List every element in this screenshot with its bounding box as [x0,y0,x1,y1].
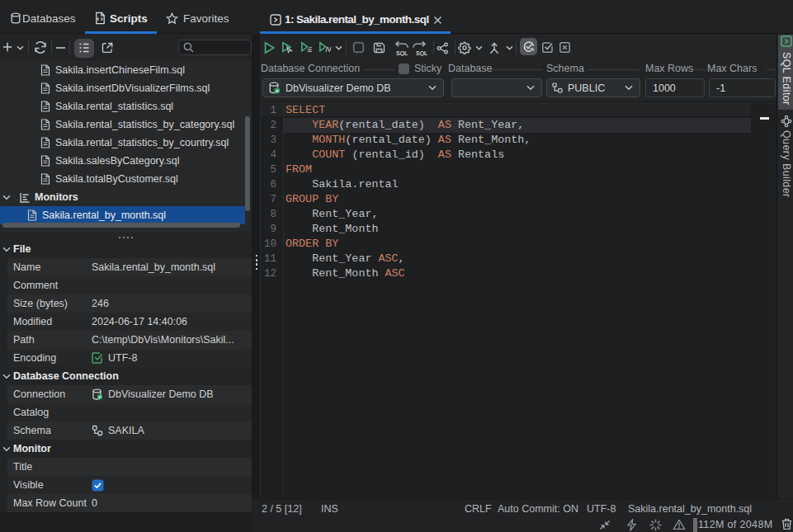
svg-text:SQL: SQL [396,50,408,57]
svg-text:SQL: SQL [416,50,427,57]
